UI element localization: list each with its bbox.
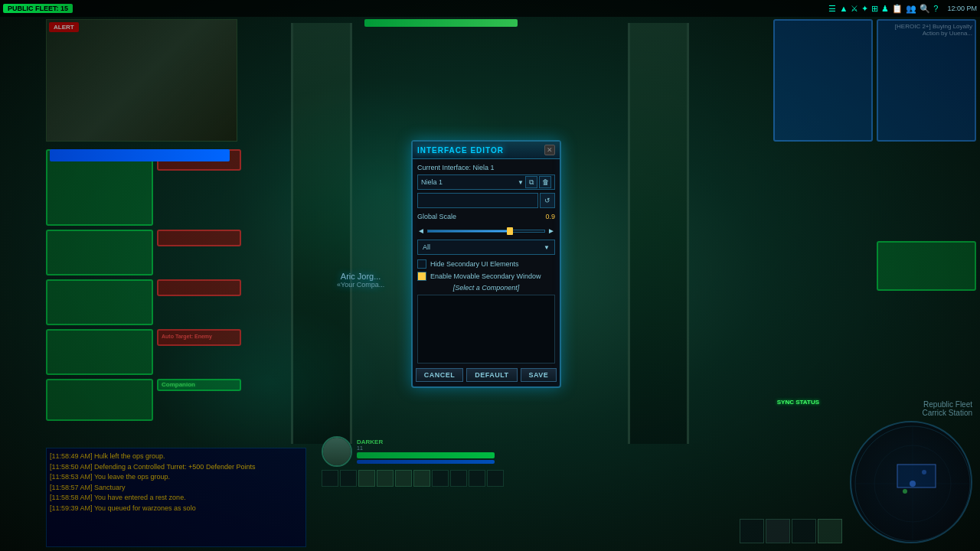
inv-slot-1[interactable] (740, 519, 764, 543)
enable-movable-checkbox[interactable] (417, 272, 426, 281)
default-button[interactable]: DEFAULT (466, 368, 517, 382)
right-ui-panels: [HEROIC 2+] Buying LoyaltyAction by Uuen… (773, 19, 980, 295)
minimap (850, 421, 972, 543)
skill-slot-1[interactable] (322, 470, 338, 487)
chat-line-2: [11:58:50 AM] Defending a Controlled Tur… (50, 462, 302, 473)
hud-help-icon[interactable]: ? (933, 4, 938, 13)
blue-progress-bar (50, 149, 230, 161)
interface-name-value: Niela 1 (421, 178, 443, 186)
svg-rect-7 (897, 465, 936, 487)
filter-dropdown[interactable]: All ▼ (417, 240, 555, 255)
skill-slot-9[interactable] (469, 470, 485, 487)
filter-value: All (423, 243, 430, 251)
unit-frame-3 (46, 279, 153, 325)
editor-close-button[interactable]: ✕ (544, 145, 555, 155)
skill-slot-10[interactable] (487, 470, 504, 487)
hud-skills-icon[interactable]: ⚔ (851, 4, 858, 14)
alert-badge-left: ALERT (49, 22, 79, 32)
select-component-label: [Select a Component] (417, 284, 555, 292)
unit-frame-5 (46, 379, 153, 421)
top-hud: PUBLIC FLEET: 15 ☰ ▲ ⚔ ✦ ⊞ ♟ 📋 👥 🔍 ? 12:… (0, 0, 980, 17)
skill-slot-7[interactable] (432, 470, 449, 487)
scale-increase-button[interactable]: ► (547, 227, 555, 235)
target-frame-2 (157, 230, 241, 246)
skill-slot-4[interactable] (377, 470, 394, 487)
copy-button[interactable]: ⧉ (525, 176, 537, 188)
hud-character-icon[interactable]: ♟ (881, 4, 889, 14)
editor-titlebar[interactable]: INTERFACE EDITOR ✕ (413, 142, 560, 159)
bg-cylinder-right (628, 23, 689, 444)
interface-editor-dialog: INTERFACE EDITOR ✕ Current Interface: Ni… (411, 140, 561, 388)
rename-row: ↺ (417, 193, 555, 208)
hud-search-icon[interactable]: 🔍 (920, 4, 930, 14)
scale-track[interactable] (427, 230, 545, 233)
interface-rename-input[interactable] (417, 193, 538, 208)
component-area[interactable] (417, 295, 555, 364)
hud-menu-icon[interactable]: ☰ (828, 4, 836, 14)
inv-slot-3[interactable] (792, 519, 816, 543)
player-info: DARKER 11 (357, 439, 628, 465)
fleet-badge: PUBLIC FLEET: 15 (3, 4, 73, 13)
hud-inventory-icon[interactable]: ⊞ (871, 4, 878, 14)
reset-button[interactable]: ↺ (540, 193, 555, 208)
delete-button[interactable]: 🗑 (539, 176, 551, 188)
inv-slot-2[interactable] (766, 519, 790, 543)
player-name: DARKER (357, 439, 628, 445)
skill-slot-6[interactable] (413, 470, 430, 487)
left-video-panel: ALERT (46, 19, 237, 142)
companion-tag: Companion (157, 379, 241, 391)
chat-line-6: [11:59:39 AM] You queued for warzones as… (50, 504, 302, 514)
hide-secondary-row: Hide Secondary UI Elements (417, 259, 555, 269)
chat-panel: [11:58:49 AM] Hulk left the ops group. [… (46, 448, 306, 547)
editor-body: Current Interface: Niela 1 Niela 1 ▼ ⧉ 🗑… (413, 159, 560, 386)
player-resource-bar (357, 460, 495, 464)
companion-label: Companion (162, 381, 243, 388)
clock: 12:00 PM (947, 5, 977, 12)
player-bar: DARKER 11 (322, 436, 628, 543)
save-button[interactable]: SAVE (521, 368, 557, 382)
editor-title: INTERFACE EDITOR (417, 146, 504, 155)
unit-frame-4 (46, 329, 153, 375)
global-scale-row: Global Scale 0.9 (417, 211, 555, 222)
enable-movable-row: Enable Movable Secondary Window (417, 272, 555, 281)
avatar-image (323, 438, 351, 465)
player-avatar (322, 436, 352, 467)
republic-line1: Republic Fleet (922, 400, 972, 409)
minimap-svg (851, 422, 972, 543)
chat-line-5: [11:58:58 AM] You have entered a rest zo… (50, 493, 302, 504)
left-unit-frames: Auto Target: Enemy Auto Target: Enemy Co… (46, 149, 322, 425)
chat-line-3: [11:58:53 AM] You leave the ops group. (50, 472, 302, 483)
hud-social-icon[interactable]: 👥 (906, 4, 916, 14)
inventory-panel (740, 519, 842, 543)
skill-slot-3[interactable] (358, 470, 375, 487)
blue-panel-2: [HEROIC 2+] Buying LoyaltyAction by Uuen… (877, 19, 976, 142)
interface-name-dropdown[interactable]: Niela 1 ▼ ⧉ 🗑 (417, 174, 555, 190)
global-scale-value: 0.9 (537, 213, 555, 220)
republic-fleet-label: Republic Fleet Carrick Station (922, 400, 972, 417)
scale-decrease-button[interactable]: ◄ (417, 227, 425, 235)
chat-line-4: [11:58:57 AM] Sanctuary (50, 483, 302, 494)
bottom-green-label: SYNC STATUS (777, 399, 819, 406)
player-health-bar (357, 452, 495, 458)
hide-secondary-checkbox[interactable] (417, 259, 426, 269)
skill-slot-5[interactable] (395, 470, 412, 487)
hud-quests-icon[interactable]: 📋 (892, 4, 903, 14)
editor-action-buttons: CANCEL DEFAULT SAVE (417, 368, 555, 382)
npc-nameplate: Aric Jorg... «Your Compa... (337, 272, 384, 289)
hud-map-icon[interactable]: ✦ (861, 4, 868, 14)
svg-point-6 (903, 489, 907, 494)
global-scale-label: Global Scale (417, 213, 534, 220)
filter-dropdown-arrow: ▼ (544, 244, 550, 251)
green-accent-right (877, 241, 976, 291)
skill-slot-8[interactable] (450, 470, 467, 487)
unit-frame-2 (46, 230, 153, 276)
cancel-button[interactable]: CANCEL (416, 368, 464, 382)
top-progress-bar (364, 19, 518, 27)
scale-thumb[interactable] (507, 227, 513, 235)
skill-slot-2[interactable] (340, 470, 357, 487)
npc-subtitle-text: «Your Compa... (337, 281, 384, 289)
inv-slot-4[interactable] (818, 519, 842, 543)
chat-line-1: [11:58:49 AM] Hulk left the ops group. (50, 452, 302, 462)
hud-triangle-icon[interactable]: ▲ (839, 4, 848, 13)
inventory-grid (740, 519, 842, 543)
